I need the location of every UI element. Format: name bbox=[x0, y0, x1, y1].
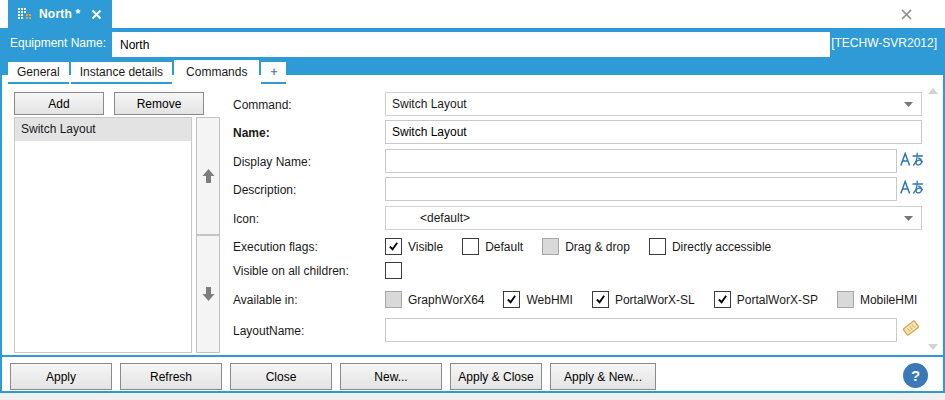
dropdown-arrow-icon bbox=[904, 102, 915, 107]
description-input[interactable] bbox=[385, 177, 897, 201]
checkbox-portalworx-sp[interactable] bbox=[714, 291, 731, 308]
down-arrow-icon bbox=[202, 286, 215, 302]
checkbox-directly-accessible[interactable] bbox=[649, 238, 666, 255]
document-tab[interactable]: North * bbox=[8, 0, 112, 28]
tag-icon[interactable] bbox=[901, 318, 921, 338]
checkbox-webhmi[interactable] bbox=[503, 291, 520, 308]
description-label: Description: bbox=[233, 183, 296, 197]
checkbox-portalworx-sp-label: PortalWorX-SP bbox=[737, 293, 818, 307]
checkbox-graphworx64[interactable] bbox=[385, 291, 402, 308]
icon-label: Icon: bbox=[233, 212, 259, 226]
command-select[interactable]: Switch Layout bbox=[385, 92, 922, 116]
equipment-name-label: Equipment Name: bbox=[10, 36, 106, 50]
checkbox-drag-drop[interactable] bbox=[542, 238, 559, 255]
execution-flags-label: Execution flags: bbox=[233, 240, 318, 254]
tab-bar: General Instance details Commands + bbox=[8, 60, 286, 84]
new-button[interactable]: New... bbox=[340, 363, 442, 390]
checkbox-default-label: Default bbox=[485, 240, 523, 254]
bottom-strip bbox=[0, 393, 945, 400]
tab-instance-details[interactable]: Instance details bbox=[71, 62, 172, 84]
checkbox-graphworx64-label: GraphWorX64 bbox=[408, 293, 484, 307]
document-tab-close-icon[interactable] bbox=[91, 9, 102, 20]
tab-commands[interactable]: Commands bbox=[174, 60, 259, 84]
checkbox-visible-label: Visible bbox=[408, 240, 443, 254]
display-name-label: Display Name: bbox=[233, 155, 311, 169]
equipment-name-input[interactable] bbox=[112, 32, 830, 57]
checkbox-visible[interactable] bbox=[385, 238, 402, 255]
available-in-label: Available in: bbox=[233, 293, 298, 307]
icon-select[interactable]: <default> bbox=[385, 206, 922, 230]
command-label: Command: bbox=[233, 98, 292, 112]
visible-on-all-children-group bbox=[385, 262, 408, 279]
checkbox-webhmi-label: WebHMI bbox=[526, 293, 572, 307]
localize-text-icon[interactable] bbox=[900, 180, 924, 195]
help-button[interactable]: ? bbox=[903, 363, 928, 388]
equipment-building-icon bbox=[18, 7, 32, 21]
tab-general[interactable]: General bbox=[8, 62, 69, 84]
display-name-input[interactable] bbox=[385, 149, 897, 173]
server-name-badge: [TECHW-SVR2012] bbox=[831, 36, 937, 50]
equipment-dialog: North * Equipment Name: [TECHW-SVR2012] … bbox=[0, 0, 945, 400]
dropdown-arrow-icon bbox=[904, 216, 915, 221]
question-icon: ? bbox=[911, 367, 920, 384]
command-value: Switch Layout bbox=[392, 97, 467, 111]
commands-list[interactable]: Switch Layout bbox=[14, 117, 192, 353]
layoutname-input[interactable] bbox=[385, 318, 897, 342]
refresh-button[interactable]: Refresh bbox=[120, 363, 222, 390]
checkbox-visible-on-all-children[interactable] bbox=[385, 262, 402, 279]
apply-new-button[interactable]: Apply & New... bbox=[550, 363, 656, 390]
localize-text-icon[interactable] bbox=[900, 152, 924, 167]
checkbox-portalworx-sl[interactable] bbox=[592, 291, 609, 308]
checkbox-directly-accessible-label: Directly accessible bbox=[672, 240, 771, 254]
scroll-up-hint-icon bbox=[928, 88, 938, 94]
add-button[interactable]: Add bbox=[14, 92, 104, 115]
close-button[interactable]: Close bbox=[230, 363, 332, 390]
visible-on-all-children-label: Visible on all children: bbox=[233, 264, 349, 278]
footer-separator bbox=[2, 355, 943, 357]
checkbox-mobilehmi-label: MobileHMI bbox=[860, 293, 917, 307]
icon-value: <default> bbox=[392, 211, 470, 225]
apply-button[interactable]: Apply bbox=[10, 363, 112, 390]
document-tab-title: North * bbox=[39, 7, 80, 21]
dialog-border-left bbox=[0, 28, 2, 393]
move-down-button[interactable] bbox=[196, 235, 220, 353]
apply-close-button[interactable]: Apply & Close bbox=[450, 363, 542, 390]
tab-add-new[interactable]: + bbox=[261, 62, 286, 84]
checkbox-drag-drop-label: Drag & drop bbox=[565, 240, 630, 254]
move-up-button[interactable] bbox=[196, 117, 220, 235]
available-in-group: GraphWorX64 WebHMI PortalWorX-SL PortalW… bbox=[385, 291, 917, 308]
name-input[interactable] bbox=[385, 120, 922, 144]
execution-flags-group: Visible Default Drag & drop Directly acc… bbox=[385, 238, 771, 255]
checkbox-portalworx-sl-label: PortalWorX-SL bbox=[615, 293, 695, 307]
checkbox-mobilehmi[interactable] bbox=[837, 291, 854, 308]
list-item-switch-layout[interactable]: Switch Layout bbox=[15, 118, 191, 141]
scroll-down-hint-icon bbox=[928, 344, 938, 350]
checkbox-default[interactable] bbox=[462, 238, 479, 255]
window-close-icon[interactable] bbox=[896, 5, 916, 23]
name-label: Name: bbox=[233, 126, 270, 140]
layoutname-label: LayoutName: bbox=[233, 324, 304, 338]
up-arrow-icon bbox=[202, 168, 215, 184]
remove-button[interactable]: Remove bbox=[114, 92, 204, 115]
footer-button-bar: Apply Refresh Close New... Apply & Close… bbox=[10, 363, 656, 390]
